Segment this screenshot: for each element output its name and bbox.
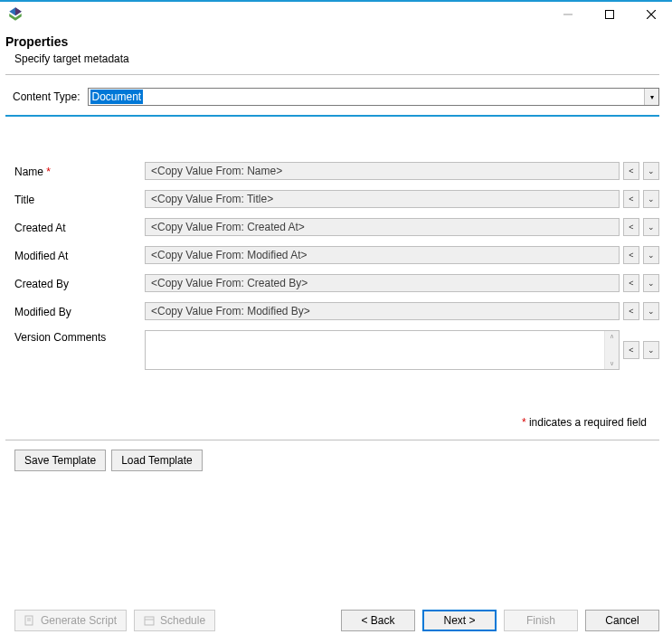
field-value-input[interactable]: <Copy Value From: Modified By> — [145, 302, 620, 320]
app-icon — [7, 6, 24, 23]
next-button[interactable]: Next > — [422, 610, 497, 631]
version-comments-textarea[interactable]: ∧∨ — [145, 330, 620, 370]
field-label: Title — [14, 193, 141, 206]
wizard-nav: Generate Script Schedule < Back Next > F… — [0, 610, 672, 631]
field-row: Modified At <Copy Value From: Modified A… — [14, 246, 659, 264]
divider — [5, 74, 659, 75]
load-template-button[interactable]: Load Template — [111, 450, 203, 471]
field-label: Modified By — [14, 305, 141, 318]
back-button[interactable]: < Back — [341, 610, 415, 631]
content-type-selected-value: Document — [90, 90, 144, 104]
divider — [5, 440, 659, 440]
field-row: Title <Copy Value From: Title><⌄ — [14, 190, 659, 208]
chevron-down-icon: ▾ — [644, 89, 658, 105]
dropdown-button[interactable]: ⌄ — [643, 341, 659, 359]
calendar-icon — [144, 615, 155, 626]
required-star: * — [46, 166, 51, 178]
schedule-button: Schedule — [134, 610, 215, 631]
cancel-button[interactable]: Cancel — [585, 610, 659, 631]
accent-underline — [5, 115, 659, 117]
field-row: Modified By <Copy Value From: Modified B… — [14, 302, 659, 320]
field-value-input[interactable]: <Copy Value From: Created By> — [145, 274, 620, 292]
field-row: Created By <Copy Value From: Created By>… — [14, 274, 659, 292]
content-type-select[interactable]: Document ▾ — [88, 88, 660, 106]
field-value-input[interactable]: <Copy Value From: Modified At> — [145, 246, 620, 264]
title-bar — [0, 0, 672, 27]
finish-button: Finish — [504, 610, 578, 631]
page-subtitle: Specify target metadata — [5, 52, 659, 74]
assign-button[interactable]: < — [623, 302, 639, 320]
field-label: Name * — [14, 165, 141, 178]
minimize-button[interactable] — [547, 2, 589, 27]
field-label: Created At — [14, 221, 141, 234]
field-label: Modified At — [14, 249, 141, 262]
generate-script-label: Generate Script — [41, 614, 117, 627]
assign-button[interactable]: < — [623, 274, 639, 292]
save-template-button[interactable]: Save Template — [14, 450, 106, 471]
field-row: Version Comments∧∨<⌄ — [14, 330, 659, 370]
content-type-label: Content Type: — [5, 90, 80, 103]
dropdown-button[interactable]: ⌄ — [643, 162, 659, 180]
assign-button[interactable]: < — [623, 190, 639, 208]
assign-button[interactable]: < — [623, 246, 639, 264]
field-value-input[interactable]: <Copy Value From: Created At> — [145, 218, 620, 236]
dropdown-button[interactable]: ⌄ — [643, 302, 659, 320]
script-icon — [24, 615, 35, 626]
svg-rect-1 — [606, 11, 614, 19]
scrollbar[interactable]: ∧∨ — [604, 331, 619, 369]
field-value-input[interactable]: <Copy Value From: Name> — [145, 162, 620, 180]
dropdown-button[interactable]: ⌄ — [643, 218, 659, 236]
generate-script-button: Generate Script — [14, 610, 127, 631]
assign-button[interactable]: < — [623, 162, 639, 180]
field-row: Created At <Copy Value From: Created At>… — [14, 218, 659, 236]
assign-button[interactable]: < — [623, 218, 639, 236]
required-field-note: * indicates a required field — [5, 380, 659, 429]
dropdown-button[interactable]: ⌄ — [643, 190, 659, 208]
assign-button[interactable]: < — [623, 341, 639, 359]
close-button[interactable] — [630, 2, 672, 27]
maximize-button[interactable] — [589, 2, 630, 27]
field-label: Created By — [14, 277, 141, 290]
dropdown-button[interactable]: ⌄ — [643, 274, 659, 292]
field-label: Version Comments — [14, 330, 141, 344]
page-title: Properties — [5, 33, 659, 52]
schedule-label: Schedule — [160, 614, 205, 627]
dropdown-button[interactable]: ⌄ — [643, 246, 659, 264]
field-row: Name *<Copy Value From: Name><⌄ — [14, 162, 659, 180]
svg-rect-7 — [145, 617, 154, 625]
field-value-input[interactable]: <Copy Value From: Title> — [145, 190, 620, 208]
